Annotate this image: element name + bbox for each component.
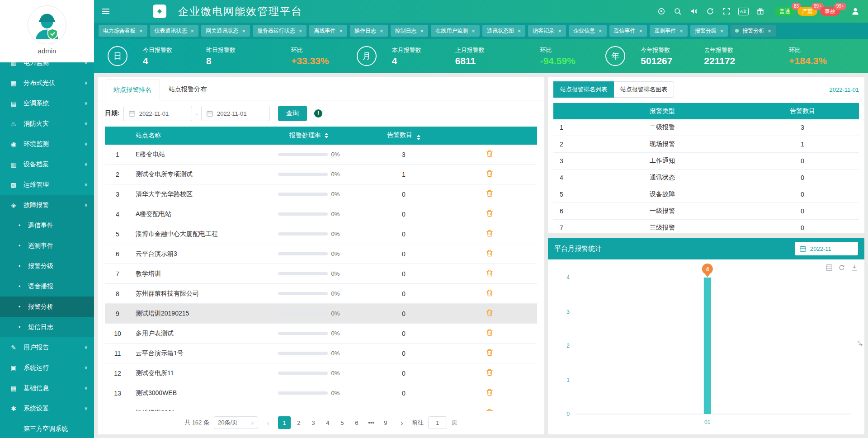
trash-icon[interactable] (485, 169, 494, 178)
download-icon[interactable] (851, 264, 858, 271)
close-icon[interactable]: × (242, 28, 245, 34)
table-row[interactable]: 2 测试变电所专项测试 0% 1 (105, 165, 537, 184)
sidebar-item[interactable]: ▤ 基础信息 ∨ (0, 378, 94, 398)
sidebar-item[interactable]: • 遥测事件 (0, 235, 94, 256)
info-icon[interactable]: ! (314, 109, 322, 118)
count-header[interactable]: 告警数目 (365, 131, 442, 140)
trash-icon[interactable] (485, 288, 494, 297)
sidebar-item[interactable]: • 遥信事件 (0, 215, 94, 235)
sort-rate-icon[interactable] (325, 133, 328, 138)
page-button[interactable]: 3 (307, 416, 320, 429)
page-tab[interactable]: 离线事件 × (309, 25, 347, 37)
trash-icon[interactable] (485, 408, 494, 411)
sidebar-item[interactable]: ✎ 用户报告 ∨ (0, 337, 94, 358)
trash-icon[interactable] (485, 328, 494, 337)
translate-icon[interactable]: A文 (738, 8, 749, 15)
alarm-badge[interactable]: 严重 99+ (797, 7, 817, 16)
prev-page-icon[interactable]: ‹ (263, 419, 274, 427)
close-icon[interactable]: × (191, 28, 194, 34)
page-tab[interactable]: 通讯状态图 × (482, 25, 526, 37)
table-row[interactable]: 6 云平台演示箱3 0% 0 (105, 244, 537, 264)
table-row[interactable]: 1 二级报警 3 (553, 119, 859, 136)
page-tab[interactable]: 访客记录 × (528, 25, 566, 37)
table-row[interactable]: 14 运维培训2021 0% 0 (105, 403, 537, 411)
page-button[interactable]: ••• (365, 416, 377, 429)
table-row[interactable]: 3 工作通知 0 (553, 153, 859, 170)
table-row[interactable]: 7 三级报警 0 (553, 220, 859, 233)
sort-count-icon[interactable] (417, 135, 420, 140)
refresh-icon[interactable] (706, 7, 715, 16)
panel-tab[interactable]: 站点报警分布 (160, 79, 215, 100)
fullscreen-icon[interactable] (722, 7, 731, 16)
sidebar-item[interactable]: • 语音播报 (0, 276, 94, 297)
page-button[interactable]: 2 (292, 416, 305, 429)
page-tab[interactable]: 电力综合看板 × (99, 25, 147, 37)
table-row[interactable]: 11 云平台演示箱1号 0% 0 (105, 344, 537, 363)
axis-toggle-icon[interactable] (857, 340, 863, 349)
search-icon[interactable] (673, 7, 682, 16)
close-icon[interactable]: × (518, 28, 521, 34)
menu-toggle-icon[interactable] (102, 9, 109, 14)
page-size-select[interactable]: 20条/页 ∨ (214, 416, 258, 429)
page-tab[interactable]: 控制日志 × (391, 25, 429, 37)
month-picker[interactable]: 2022-11 (795, 242, 858, 255)
sidebar-item[interactable]: ✱ 系统设置 ∨ (0, 398, 94, 419)
table-row[interactable]: 3 清华大学光华路校区 0% 0 (105, 184, 537, 204)
table-row[interactable]: 2 现场报警 1 (553, 136, 859, 153)
close-icon[interactable]: × (558, 28, 561, 34)
close-icon[interactable]: × (599, 28, 602, 34)
alarm-badge[interactable]: 普通 83 (775, 7, 795, 16)
next-page-icon[interactable]: › (396, 419, 407, 427)
trash-icon[interactable] (485, 368, 494, 377)
page-button[interactable]: 5 (336, 416, 349, 429)
panel-tab[interactable]: 站点报警排名 (105, 80, 160, 100)
table-row[interactable]: 12 测试变电所11 0% 0 (105, 363, 537, 383)
user-icon[interactable] (851, 7, 860, 16)
data-view-icon[interactable] (826, 264, 833, 271)
sidebar-item[interactable]: ▦ 分布式光伏 ∨ (0, 73, 94, 93)
close-icon[interactable]: × (720, 28, 724, 34)
gift-icon[interactable] (756, 7, 765, 16)
sidebar-item[interactable]: ◈ 故障报警 ∧ (0, 195, 94, 215)
table-row[interactable]: 13 测试3000WEB 0% 0 (105, 383, 537, 403)
sidebar-item[interactable]: ▥ 设备档案 ∨ (0, 154, 94, 174)
table-row[interactable]: 8 苏州群策科技有限公司 0% 0 (105, 284, 537, 304)
search-button[interactable]: 查询 (278, 106, 307, 121)
close-icon[interactable]: × (472, 28, 475, 34)
table-row[interactable]: 5 淄博市金融中心大厦配电工程 0% 0 (105, 224, 537, 244)
page-tab[interactable]: 操作日志 × (350, 25, 388, 37)
alarm-badge[interactable]: 事故 99+ (820, 7, 840, 16)
sidebar-item[interactable]: ◉ 环境监测 ∨ (0, 134, 94, 154)
page-button[interactable]: 1 (278, 416, 291, 429)
table-row[interactable]: 9 测试培训20190215 0% 0 (105, 304, 537, 324)
close-icon[interactable]: × (679, 28, 683, 34)
table-row[interactable]: 4 A楼变配电站 0% 0 (105, 204, 537, 224)
trash-icon[interactable] (485, 189, 494, 198)
page-button[interactable]: 9 (379, 416, 392, 429)
date-to-input[interactable]: 2022-11-01 (201, 106, 270, 121)
close-icon[interactable]: × (139, 28, 143, 34)
table-row[interactable]: 6 一级报警 0 (553, 203, 859, 220)
page-tab[interactable]: 网关通讯状态 × (201, 25, 250, 37)
sidebar-item[interactable]: 第三方空调系统 (0, 419, 94, 438)
trash-icon[interactable] (485, 308, 494, 317)
close-icon[interactable]: × (768, 28, 771, 34)
rate-header[interactable]: 报警处理率 (252, 132, 365, 140)
trash-icon[interactable] (485, 388, 494, 397)
sidebar-item[interactable]: ▤ 空调系统 ∨ (0, 93, 94, 113)
user-avatar[interactable] (28, 5, 66, 44)
trash-icon[interactable] (485, 149, 494, 158)
table-row[interactable]: 1 E楼变电站 0% 3 (105, 145, 537, 165)
trash-icon[interactable] (485, 348, 494, 357)
ranking-date[interactable]: 2022-11-01 (829, 86, 859, 93)
sidebar-item[interactable]: ▩ 运维管理 ∨ (0, 174, 94, 195)
close-icon[interactable]: × (299, 28, 302, 34)
page-button[interactable]: 4 (321, 416, 334, 429)
aim-icon[interactable] (657, 7, 666, 16)
sidebar-item[interactable]: ▣ 系统运行 ∨ (0, 358, 94, 378)
page-tab[interactable]: 遥测事件 × (650, 25, 688, 37)
goto-page-input[interactable] (428, 416, 447, 429)
page-tab[interactable]: 报警分析 × (731, 25, 776, 37)
sidebar-item[interactable]: ♨ 消防火灾 ∨ (0, 113, 94, 134)
ranking-tab[interactable]: 站点报警排名图表 (614, 81, 674, 98)
